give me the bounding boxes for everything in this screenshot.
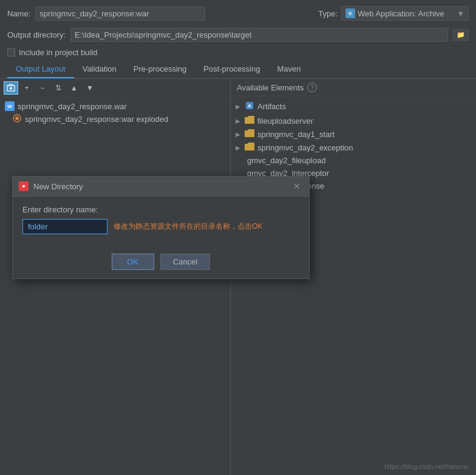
dialog-close-button[interactable]: ✕	[291, 180, 303, 192]
name-type-row: Name: Type: ⊛ Web Application: Archive ▼	[0, 0, 476, 25]
output-dir-row: Output directory: 📁	[0, 25, 476, 44]
move-down-button[interactable]: ▼	[83, 81, 97, 95]
artifact-tree-list: W springmvc_day2_response.war springmvc_…	[0, 98, 230, 475]
available-elements-label: Available Elements	[237, 83, 304, 92]
avail-item-day1-label: springmvc_day1_start	[257, 130, 335, 139]
tab-maven[interactable]: Maven	[268, 61, 309, 78]
add-element-button[interactable]: +	[19, 81, 34, 95]
tab-output-layout[interactable]: Output Layout	[7, 61, 74, 78]
type-label: Type:	[318, 9, 338, 18]
exploded-icon	[12, 113, 22, 125]
tab-validation[interactable]: Validation	[74, 61, 125, 78]
avail-item-fileuploadserver-label: fileuploadserver	[257, 116, 313, 126]
type-wrapper: Type: ⊛ Web Application: Archive ▼	[318, 6, 469, 21]
expand-arrow-day1: ▶	[236, 131, 242, 138]
new-directory-dialog: New Directory ✕ Enter directory name: 修改…	[12, 176, 310, 279]
dialog-title-left: New Directory	[19, 181, 83, 191]
tree-item-war[interactable]: W springmvc_day2_response.war	[0, 100, 230, 112]
dialog-buttons: OK Cancel	[13, 249, 309, 278]
tree-item-war-label: springmvc_day2_response.war	[18, 102, 127, 111]
dialog-input-row: 修改为静态资源文件所在的目录名称，点击OK	[22, 219, 299, 234]
dialog-body: Enter directory name: 修改为静态资源文件所在的目录名称，点…	[13, 197, 309, 249]
dialog-title-text: New Directory	[33, 182, 83, 191]
type-value: Web Application: Archive	[358, 9, 444, 18]
folder-icon-day1	[245, 129, 254, 139]
tree-item-exploded-label: springmvc_day2_response:war exploded	[25, 115, 168, 124]
include-build-label: Include in project build	[19, 48, 97, 57]
output-path-input[interactable]	[70, 28, 448, 42]
tree-toolbar: + − ⇅ ▲ ▼	[0, 79, 230, 98]
tabs-row: Output Layout Validation Pre-processing …	[0, 61, 476, 79]
avail-item-day2exception-label: springmvc_day2_exception	[257, 143, 353, 152]
dir-name-label: Enter directory name:	[22, 205, 299, 214]
svg-point-8	[22, 185, 25, 187]
dialog-title-icon	[19, 181, 29, 191]
svg-text:A: A	[248, 103, 251, 109]
type-select[interactable]: ⊛ Web Application: Archive ▼	[341, 6, 469, 21]
dropdown-arrow-icon: ▼	[457, 9, 464, 18]
avail-item-artifacts-label: Artifacts	[257, 102, 286, 111]
main-window: Name: Type: ⊛ Web Application: Archive ▼…	[0, 0, 476, 475]
expand-arrow-day2exception: ▶	[236, 144, 242, 151]
watermark: https://blog.csdn.net/haroroc	[384, 463, 469, 470]
avail-item-artifacts[interactable]: ▶ A Artifacts	[231, 99, 476, 114]
war-icon: W	[5, 101, 15, 111]
output-dir-label: Output directory:	[7, 30, 66, 39]
avail-item-fileupload[interactable]: ▶ gmvc_day2_fileupload	[231, 154, 476, 167]
ok-button[interactable]: OK	[112, 254, 154, 270]
artifacts-icon: A	[245, 101, 254, 112]
expand-arrow-artifacts: ▶	[236, 103, 242, 110]
sort-button[interactable]: ⇅	[51, 81, 66, 95]
dialog-titlebar: New Directory ✕	[13, 177, 309, 197]
available-elements-header: Available Elements ?	[231, 79, 476, 96]
avail-item-day2exception[interactable]: ▶ springmvc_day2_exception	[231, 141, 476, 154]
name-input[interactable]	[35, 7, 205, 21]
tree-item-exploded[interactable]: springmvc_day2_response:war exploded	[0, 112, 230, 126]
dir-name-input[interactable]	[22, 219, 107, 234]
name-label: Name:	[7, 9, 30, 18]
cancel-button[interactable]: Cancel	[160, 254, 210, 270]
type-icon: ⊛	[345, 8, 355, 18]
expand-arrow-fileuploadserver: ▶	[236, 118, 242, 124]
remove-button[interactable]: −	[35, 81, 50, 95]
move-up-button[interactable]: ▲	[67, 81, 81, 95]
available-elements-list: ▶ A Artifacts ▶	[231, 96, 476, 475]
include-build-checkbox[interactable]	[7, 49, 15, 56]
annotation-text: 修改为静态资源文件所在的目录名称，点击OK	[114, 221, 262, 232]
avail-item-fileupload-label: gmvc_day2_fileupload	[245, 156, 325, 165]
browse-folder-button[interactable]: 📁	[453, 29, 469, 41]
avail-item-fileuploadserver[interactable]: ▶ fileuploadserver	[231, 114, 476, 127]
avail-item-day1[interactable]: ▶ springmvc_day1_start	[231, 127, 476, 141]
tab-preprocessing[interactable]: Pre-processing	[125, 61, 195, 78]
add-directory-button[interactable]	[4, 81, 18, 95]
folder-icon-day2exception	[245, 143, 254, 152]
tab-postprocessing[interactable]: Post-processing	[195, 61, 268, 78]
svg-point-4	[15, 116, 19, 120]
folder-icon-fileuploadserver	[245, 116, 254, 126]
include-build-row: Include in project build	[0, 44, 476, 61]
help-icon[interactable]: ?	[307, 83, 317, 92]
